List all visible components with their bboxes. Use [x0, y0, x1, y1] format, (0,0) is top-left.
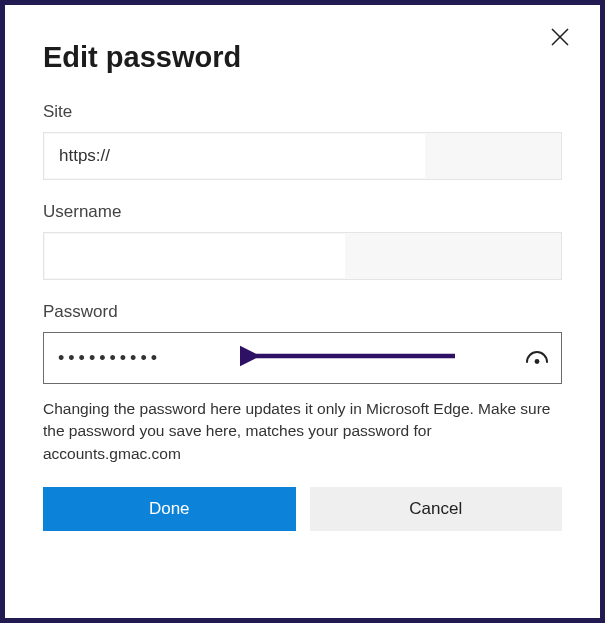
site-field-group: Site https:// gin — [43, 102, 562, 180]
password-input[interactable] — [44, 333, 513, 383]
username-field-group: Username — [43, 202, 562, 280]
close-icon — [550, 27, 570, 47]
password-label: Password — [43, 302, 562, 322]
help-text: Changing the password here updates it on… — [43, 398, 562, 465]
reveal-password-button[interactable] — [513, 333, 561, 383]
svg-point-3 — [535, 359, 540, 364]
cancel-button[interactable]: Cancel — [310, 487, 563, 531]
edit-password-dialog: Edit password Site https:// gin Username… — [0, 0, 605, 623]
site-label: Site — [43, 102, 562, 122]
close-button[interactable] — [546, 23, 574, 51]
site-input[interactable]: https:// gin — [43, 132, 562, 180]
dialog-actions: Done Cancel — [43, 487, 562, 531]
dialog-title: Edit password — [43, 41, 562, 74]
password-field-group: Password — [43, 302, 562, 384]
site-value-prefix: https:// — [45, 134, 425, 178]
eye-icon — [524, 345, 550, 371]
username-label: Username — [43, 202, 562, 222]
done-button[interactable]: Done — [43, 487, 296, 531]
username-input[interactable] — [43, 232, 562, 280]
password-input-wrapper — [43, 332, 562, 384]
